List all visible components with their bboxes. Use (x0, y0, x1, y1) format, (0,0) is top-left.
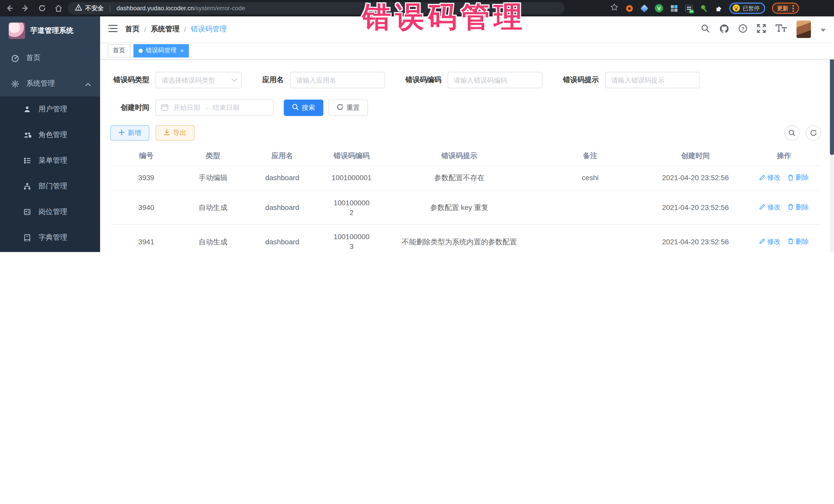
search-button[interactable]: 搜索 (284, 100, 323, 116)
font-size-icon[interactable] (775, 24, 787, 35)
scrollbar-thumb[interactable] (830, 58, 834, 155)
orange-ring-extension-icon[interactable] (625, 4, 633, 12)
export-label: 导出 (173, 128, 186, 137)
add-button[interactable]: 新增 (110, 125, 149, 140)
search-icon[interactable] (701, 24, 710, 35)
range-separator: - (205, 104, 207, 112)
download-icon (164, 129, 170, 137)
list-on-extension-icon[interactable]: on (685, 4, 693, 12)
sidebar-item-label: 字典管理 (39, 233, 67, 242)
cell-code: 1001000003 (321, 225, 382, 252)
menu-list-icon (23, 157, 31, 164)
breadcrumb-separator: / (144, 25, 146, 34)
sidebar: 芋道管理系统 首页 系统管理 用户管理 (0, 17, 100, 252)
calendar-icon (161, 104, 168, 112)
user-avatar[interactable] (796, 21, 811, 38)
delete-link[interactable]: 删除 (788, 173, 809, 182)
sidebar-item-roles[interactable]: 角色管理 (0, 122, 100, 148)
cell-code: 1001000001 (321, 166, 382, 191)
green-v-extension-icon[interactable]: V (655, 4, 663, 12)
tag-home[interactable]: 首页 (108, 44, 130, 57)
column-header-remark: 备注 (536, 147, 644, 166)
table-toolbar: 新增 导出 (110, 125, 821, 140)
plus-icon (118, 129, 125, 137)
puzzle-extension-icon[interactable] (715, 4, 723, 12)
breadcrumb-home[interactable]: 首页 (125, 25, 139, 34)
sidebar-item-departments[interactable]: 部门管理 (0, 174, 100, 199)
filter-label-type: 错误码类型 (110, 75, 149, 85)
url-host: dashboard.yudao.iocoder.cn (116, 5, 194, 12)
edit-link[interactable]: 修改 (759, 173, 781, 182)
extension-paused-badge[interactable]: 已暂停 (729, 3, 765, 14)
sidebar-item-label: 角色管理 (39, 130, 67, 139)
caret-down-icon[interactable] (821, 25, 826, 34)
cell-id: 3941 (110, 225, 182, 252)
sidebar-item-home[interactable]: 首页 (0, 45, 100, 71)
error-type-select[interactable] (155, 72, 242, 88)
url-path: /system/error-code (194, 5, 245, 12)
delete-link[interactable]: 删除 (788, 237, 809, 246)
app-name-input[interactable] (290, 72, 385, 88)
sidebar-item-menus[interactable]: 菜单管理 (0, 148, 100, 174)
security-label: 不安全 (85, 4, 104, 13)
home-icon[interactable] (54, 4, 63, 12)
sidebar-item-label: 用户管理 (39, 105, 67, 114)
edit-link[interactable]: 修改 (759, 237, 781, 246)
refresh-icon (337, 104, 343, 112)
forward-icon[interactable] (22, 4, 30, 12)
divider (110, 5, 110, 12)
sidebar-item-announcements[interactable]: 通知公告 (0, 250, 100, 252)
tags-view: 首页 错误码管理 × (100, 42, 834, 60)
cell-actions: 修改删除 (747, 225, 821, 252)
column-header-actions: 操作 (747, 147, 821, 166)
sidebar-item-dictionary[interactable]: 字典管理 (0, 225, 100, 250)
delete-link[interactable]: 删除 (788, 202, 809, 212)
help-icon[interactable]: ? (739, 24, 747, 35)
cell-actions: 修改删除 (747, 191, 821, 225)
green-sprout-extension-icon[interactable] (700, 4, 708, 12)
reset-button[interactable]: 重置 (328, 100, 368, 116)
export-button[interactable]: 导出 (155, 125, 195, 140)
breadcrumb-system[interactable]: 系统管理 (151, 25, 180, 34)
table-row: 3940 自动生成 dashboard 1001000002 参数配置 key … (110, 191, 821, 225)
book-icon (23, 234, 31, 241)
error-code-input[interactable] (447, 72, 543, 88)
blue-gem-extension-icon[interactable] (640, 4, 648, 12)
sidebar-item-system[interactable]: 系统管理 (0, 71, 100, 96)
start-date-placeholder: 开始日期 (174, 103, 200, 112)
search-icon (292, 104, 299, 112)
tag-error-code[interactable]: 错误码管理 × (133, 44, 189, 57)
cell-type: 自动生成 (182, 191, 244, 225)
github-icon[interactable] (720, 24, 729, 35)
column-header-time: 创建时间 (644, 147, 747, 166)
cell-app: dashboard (244, 225, 321, 252)
fullscreen-icon[interactable] (757, 24, 766, 35)
hamburger-icon[interactable] (108, 24, 117, 34)
edit-link[interactable]: 修改 (759, 202, 781, 212)
cell-remark (536, 225, 644, 252)
error-msg-input[interactable] (605, 72, 700, 88)
browser-update-button[interactable]: 更新 (772, 3, 799, 14)
cell-msg: 不能删除类型为系统内置的参数配置 (382, 225, 536, 252)
dashboard-icon (11, 54, 19, 62)
address-bar[interactable]: 不安全 dashboard.yudao.iocoder.cn/system/er… (68, 2, 565, 14)
users-icon (23, 131, 31, 138)
reload-icon[interactable] (38, 4, 46, 12)
cell-type: 自动生成 (182, 225, 244, 252)
cell-actions: 修改删除 (747, 166, 821, 191)
sidebar-item-users[interactable]: 用户管理 (0, 96, 100, 122)
kebab-menu-icon[interactable] (792, 5, 794, 12)
app-logo[interactable]: 芋道管理系统 (0, 17, 100, 45)
emoji-face-icon (732, 4, 740, 13)
grid-extension-icon[interactable] (670, 4, 678, 12)
org-tree-icon (23, 183, 31, 190)
close-icon[interactable]: × (180, 47, 184, 54)
refresh-table-button[interactable] (806, 125, 821, 140)
date-range-picker[interactable]: 开始日期 - 结束日期 (155, 100, 273, 116)
star-icon[interactable] (610, 3, 618, 13)
back-icon[interactable] (5, 4, 13, 12)
show-search-toggle-button[interactable] (784, 125, 799, 140)
cell-type: 手动编辑 (182, 166, 244, 191)
sidebar-item-posts[interactable]: 岗位管理 (0, 199, 100, 225)
sidebar-item-label: 首页 (26, 53, 41, 63)
